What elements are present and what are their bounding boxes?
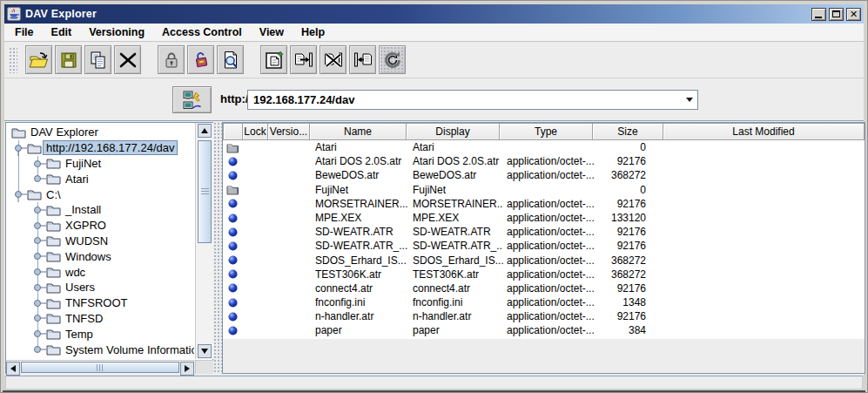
file-icon (223, 225, 243, 239)
table-row[interactable]: SD-WEATR.ATR_...SD-WEATR.ATR_...applicat… (223, 239, 865, 253)
expand-handle-icon[interactable] (30, 156, 46, 172)
table-row[interactable]: n-handler.atrn-handler.atrapplication/oc… (223, 309, 865, 323)
tree-node[interactable]: XGPRO (6, 218, 194, 234)
column-header-size[interactable]: Size (592, 123, 663, 140)
column-header-display[interactable]: Display (406, 123, 500, 140)
scroll-up-button[interactable] (198, 124, 212, 138)
tree-node[interactable]: Atari (6, 171, 194, 186)
expand-handle-icon[interactable] (30, 233, 46, 248)
tree-node[interactable]: DAV Explorer (6, 125, 194, 140)
cell-lock (243, 225, 269, 239)
expand-handle-icon[interactable] (30, 326, 46, 342)
expand-handle-icon[interactable] (30, 264, 46, 280)
column-header-versio[interactable]: Versio... (267, 123, 310, 140)
table-row[interactable]: paperpaperapplication/octet-...384 (223, 323, 865, 337)
cell-size: 92176 (597, 281, 669, 295)
scroll-down-button[interactable] (198, 344, 212, 358)
open-button[interactable] (25, 45, 52, 74)
expand-handle-icon[interactable] (30, 342, 46, 357)
view-properties-button[interactable] (260, 45, 287, 74)
menu-item-versioning[interactable]: Versioning (80, 24, 153, 40)
horizontal-scroll-thumb[interactable] (21, 362, 179, 373)
folder-icon (46, 157, 61, 169)
table-row[interactable]: MORSETRAINER...MORSETRAINER...applicatio… (223, 197, 865, 211)
split-pane-divider[interactable] (213, 122, 222, 374)
menu-item-file[interactable]: File (6, 24, 43, 40)
expand-handle-icon[interactable] (30, 248, 46, 264)
tree-node[interactable]: _Install (6, 202, 194, 218)
table-row[interactable]: fnconfig.inifnconfig.iniapplication/octe… (223, 295, 865, 309)
menu-item-help[interactable]: Help (293, 24, 333, 40)
table-row[interactable]: AtariAtari0 (223, 140, 865, 154)
table-row[interactable]: TEST306K.atrTEST306K.atrapplication/octe… (223, 268, 865, 281)
tree-node[interactable]: Windows (6, 248, 194, 264)
collapse-handle-icon[interactable] (11, 186, 27, 202)
table-row[interactable]: SDOS_Erhard_IS...SDOS_Erhard_IS...applic… (223, 254, 865, 268)
expand-handle-icon[interactable] (30, 202, 46, 218)
table-row[interactable]: Atari DOS 2.0S.atrAtari DOS 2.0S.atrappl… (223, 154, 865, 168)
toolbar-drag-handle[interactable] (9, 47, 17, 73)
vertical-scroll-thumb[interactable] (198, 140, 212, 243)
tree-node[interactable]: TNFSROOT (6, 295, 194, 311)
properties-icon (263, 49, 286, 71)
scroll-right-button[interactable] (180, 362, 194, 376)
cell-type: application/octet-... (503, 154, 597, 168)
cell-lock (243, 239, 269, 253)
tree-node[interactable]: System Volume Information (6, 342, 194, 357)
expand-handle-icon[interactable] (30, 280, 46, 295)
menu-item-view[interactable]: View (251, 24, 293, 40)
table-row[interactable]: SD-WEATR.ATRSD-WEATR.ATRapplication/octe… (223, 225, 865, 239)
tree-node[interactable]: FujiNet (6, 156, 194, 172)
close-button[interactable]: ✕ (846, 8, 861, 21)
title-bar[interactable]: DAV Explorer ✕ (4, 4, 864, 24)
folder-icon (46, 234, 61, 247)
cell-lock (243, 154, 269, 168)
cell-size: 92176 (597, 239, 669, 253)
tree-node[interactable]: Temp (6, 326, 194, 342)
tree-node[interactable]: TNFSD (6, 311, 194, 327)
check-out-button[interactable] (349, 45, 376, 74)
scroll-left-button[interactable] (6, 362, 20, 376)
tree-node[interactable]: http://192.168.177.24/dav (6, 140, 194, 156)
tree-horizontal-scrollbar[interactable] (6, 360, 195, 374)
table-row[interactable]: MPE.XEXMPE.XEXapplication/octet-...13312… (223, 211, 865, 225)
cancel-checkout-button[interactable] (320, 45, 347, 74)
column-header-type[interactable]: Type (499, 123, 593, 140)
cell-display: BeweDOS.atr (409, 168, 503, 182)
tree-node[interactable]: Users (6, 280, 194, 295)
delete-icon (117, 49, 139, 71)
column-header-icon[interactable] (223, 123, 243, 140)
expand-handle-icon[interactable] (30, 295, 46, 311)
expand-handle-icon[interactable] (30, 171, 46, 186)
lock-button[interactable] (158, 45, 185, 74)
tree-node[interactable]: wdc (6, 264, 194, 280)
url-dropdown-button[interactable] (682, 91, 697, 109)
table-row[interactable]: FujiNetFujiNet0 (223, 183, 865, 197)
column-header-lock[interactable]: Lock (242, 123, 268, 140)
cell-modified (669, 211, 865, 225)
expand-handle-icon[interactable] (30, 218, 46, 234)
url-input[interactable] (248, 93, 682, 106)
unlock-button[interactable] (187, 45, 214, 74)
table-row[interactable]: connect4.atrconnect4.atrapplication/octe… (223, 281, 865, 295)
menu-item-edit[interactable]: Edit (43, 24, 81, 40)
delete-button[interactable] (114, 45, 141, 74)
refresh-button[interactable] (379, 45, 406, 74)
minimize-button[interactable] (811, 8, 826, 21)
column-header-last-modified[interactable]: Last Modified (663, 123, 865, 140)
view-document-button[interactable] (217, 45, 244, 74)
table-row[interactable]: BeweDOS.atrBeweDOS.atrapplication/octet-… (223, 168, 865, 182)
maximize-button[interactable] (829, 8, 844, 21)
copy-button[interactable] (84, 45, 111, 74)
menu-item-access-control[interactable]: Access Control (153, 24, 251, 40)
collapse-handle-icon[interactable] (11, 140, 27, 156)
column-header-name[interactable]: Name (309, 123, 407, 140)
save-button[interactable] (55, 45, 82, 74)
tree-node[interactable]: WUDSN (6, 234, 194, 249)
tree-node[interactable]: C:\ (6, 186, 194, 202)
cell-version (269, 183, 312, 197)
tree-vertical-scrollbar[interactable] (195, 123, 213, 359)
check-in-button[interactable] (290, 45, 317, 74)
expand-handle-icon[interactable] (30, 310, 46, 326)
connect-button[interactable] (172, 86, 212, 113)
